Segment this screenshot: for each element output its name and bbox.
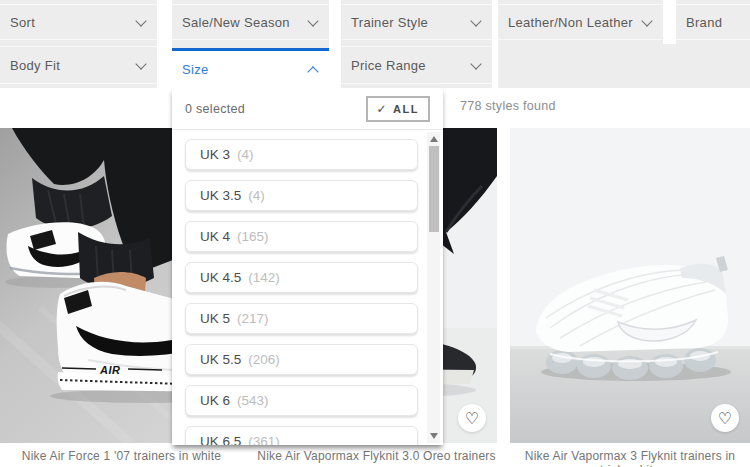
check-icon: ✓ <box>377 102 389 116</box>
size-option-uk6-5[interactable]: UK 6.5 (361) <box>185 426 418 445</box>
size-option-uk3-5[interactable]: UK 3.5 (4) <box>185 180 418 211</box>
select-all-button[interactable]: ✓ ALL <box>366 96 430 122</box>
filter-label: Price Range <box>351 58 426 73</box>
product-name[interactable]: Nike Air Force 1 '07 trainers in white <box>0 449 243 463</box>
size-dropdown-header: 0 selected ✓ ALL <box>172 88 443 130</box>
size-count: (361) <box>248 434 280 445</box>
chevron-down-icon <box>135 15 146 26</box>
filter-size-open[interactable]: Size <box>172 48 329 88</box>
filter-price-range[interactable]: Price Range <box>341 46 492 84</box>
filter-bar: Sort Sale/New Season Trainer Style Leath… <box>0 0 750 88</box>
chevron-down-icon <box>470 15 481 26</box>
size-count: (142) <box>248 270 280 285</box>
chevron-down-icon <box>641 15 652 26</box>
size-label: UK 3.5 <box>200 188 241 203</box>
scroll-down-icon[interactable] <box>430 433 438 439</box>
size-count: (206) <box>248 352 280 367</box>
size-label: UK 4 <box>200 229 230 244</box>
size-count: (543) <box>237 393 269 408</box>
scroll-up-icon[interactable] <box>430 136 438 142</box>
heart-icon: ♡ <box>718 409 732 428</box>
filter-label: Leather/Non Leather <box>508 15 633 30</box>
save-for-later-button[interactable]: ♡ <box>711 404 739 432</box>
filter-label: Sale/New Season <box>182 15 290 30</box>
filter-divider <box>157 0 172 88</box>
size-option-uk3[interactable]: UK 3 (4) <box>185 139 418 170</box>
size-option-uk5-5[interactable]: UK 5.5 (206) <box>185 344 418 375</box>
filter-label: Size <box>182 62 209 77</box>
size-options-list: UK 3 (4) UK 3.5 (4) UK 4 (165) UK 4.5 (1… <box>172 130 443 445</box>
size-count: (4) <box>248 188 265 203</box>
chevron-down-icon <box>135 58 146 69</box>
size-count: (165) <box>237 229 269 244</box>
filter-label: Body Fit <box>10 58 60 73</box>
filter-trainer-style[interactable]: Trainer Style <box>341 4 492 40</box>
size-option-uk6[interactable]: UK 6 (543) <box>185 385 418 416</box>
chevron-up-icon <box>307 66 318 77</box>
size-label: UK 6 <box>200 393 230 408</box>
filter-divider <box>663 0 676 44</box>
chevron-down-icon <box>307 15 318 26</box>
size-count: (4) <box>237 147 254 162</box>
trainers-listing-page: Sort Sale/New Season Trainer Style Leath… <box>0 0 750 467</box>
select-all-label: ALL <box>393 103 419 115</box>
filter-body-fit[interactable]: Body Fit <box>0 46 157 84</box>
heart-icon: ♡ <box>465 409 479 428</box>
filter-sale-new-season[interactable]: Sale/New Season <box>172 4 329 40</box>
size-label: UK 5.5 <box>200 352 241 367</box>
filter-brand[interactable]: Brand <box>676 4 750 40</box>
filter-divider <box>329 0 341 88</box>
filter-leather-non-leather[interactable]: Leather/Non Leather <box>498 4 663 40</box>
product-card[interactable]: ♡ Nike Air Vapormax 3 Flyknit trainers i… <box>510 128 750 467</box>
size-option-uk4-5[interactable]: UK 4.5 (142) <box>185 262 418 293</box>
filter-label: Sort <box>10 15 35 30</box>
size-label: UK 3 <box>200 147 230 162</box>
filter-label: Brand <box>686 15 722 30</box>
filter-label: Trainer Style <box>351 15 428 30</box>
scrollbar[interactable] <box>427 132 440 443</box>
selected-count: 0 selected <box>185 102 245 116</box>
size-label: UK 5 <box>200 311 230 326</box>
scrollbar-thumb[interactable] <box>429 146 439 232</box>
size-label: UK 4.5 <box>200 270 241 285</box>
size-option-uk5[interactable]: UK 5 (217) <box>185 303 418 334</box>
product-image[interactable] <box>510 128 750 443</box>
size-label: UK 6.5 <box>200 434 241 445</box>
save-for-later-button[interactable]: ♡ <box>458 404 486 432</box>
results-count: 778 styles found <box>460 99 556 113</box>
filter-sort[interactable]: Sort <box>0 4 157 40</box>
size-option-uk4[interactable]: UK 4 (165) <box>185 221 418 252</box>
product-name[interactable]: Nike Air Vapormax Flyknit 3.0 Oreo train… <box>256 449 497 463</box>
size-dropdown-panel: 0 selected ✓ ALL UK 3 (4) UK 3.5 (4) UK … <box>172 88 443 445</box>
chevron-down-icon <box>470 58 481 69</box>
product-name[interactable]: Nike Air Vapormax 3 Flyknit trainers in … <box>510 449 750 467</box>
size-count: (217) <box>237 311 269 326</box>
